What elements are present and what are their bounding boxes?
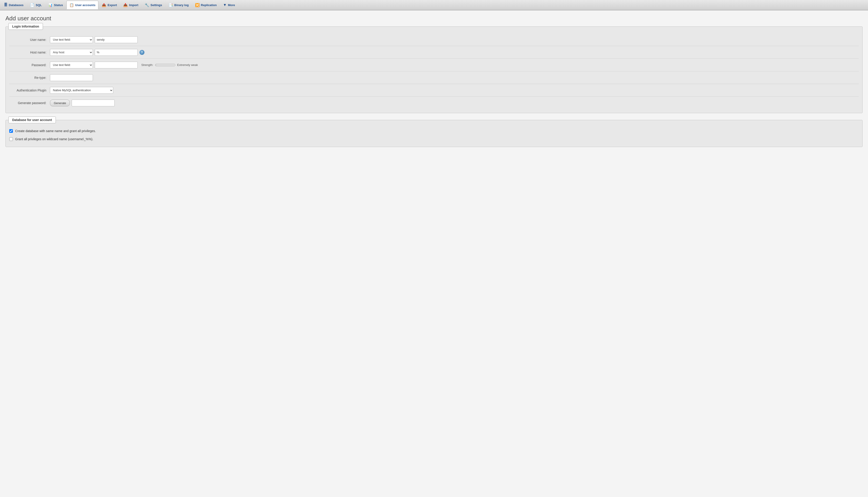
create-db-row: Create database with same name and grant… <box>9 127 859 135</box>
generate-password-row: Generate password: Generate <box>9 97 859 109</box>
sql-icon: 📄 <box>30 3 35 7</box>
strength-text: Extremely weak <box>177 63 198 67</box>
strength-label: Strength: <box>141 63 153 67</box>
tab-sql[interactable]: 📄 SQL <box>27 1 45 9</box>
tab-user-accounts[interactable]: 📋 User accounts <box>67 1 99 9</box>
hostname-row: Host name: Any host Local Use text field… <box>9 46 859 59</box>
login-information-section: Login Information User name: Use text fi… <box>5 26 863 113</box>
retype-row: Re-type: <box>9 71 859 84</box>
retype-controls <box>50 74 859 81</box>
auth-plugin-select[interactable]: Native MySQL authentication SHA-256 auth… <box>50 87 113 94</box>
tab-settings[interactable]: 🔧 Settings <box>142 1 165 9</box>
create-db-checkbox[interactable] <box>9 129 13 133</box>
password-input[interactable] <box>95 62 138 68</box>
export-icon: 📤 <box>102 3 106 7</box>
auth-plugin-row: Authentication Plugin Native MySQL authe… <box>9 84 859 97</box>
settings-icon: 🔧 <box>145 3 149 7</box>
create-db-label: Create database with same name and grant… <box>15 129 96 133</box>
more-chevron-icon: ▼ <box>223 3 227 7</box>
generate-password-label: Generate password: <box>9 101 50 105</box>
password-row: Password: Use text field: No password St… <box>9 59 859 71</box>
hostname-help-icon[interactable]: ? <box>139 50 144 55</box>
databases-icon: 🗄 <box>4 3 8 7</box>
import-icon: 📥 <box>123 3 128 7</box>
generate-password-controls: Generate <box>50 100 859 106</box>
auth-plugin-controls: Native MySQL authentication SHA-256 auth… <box>50 87 859 94</box>
user-accounts-icon: 📋 <box>69 3 74 7</box>
login-section-header: Login Information <box>8 23 43 30</box>
hostname-input[interactable] <box>95 49 138 56</box>
database-section-header: Database for user account <box>8 116 56 123</box>
tab-status[interactable]: 📊 Status <box>45 1 66 9</box>
grant-wildcard-row: Grant all privileges on wildcard name (u… <box>9 135 859 143</box>
retype-input[interactable] <box>50 74 93 81</box>
navigation-bar: 🗄 Databases 📄 SQL 📊 Status 📋 User accoun… <box>0 0 868 10</box>
username-input[interactable] <box>95 37 138 43</box>
binary-log-icon: 📑 <box>168 3 173 7</box>
username-row: User name: Use text field: Any user <box>9 33 859 46</box>
hostname-label: Host name: <box>9 51 50 54</box>
strength-bar-background <box>155 64 175 66</box>
status-icon: 📊 <box>48 3 53 7</box>
password-type-select[interactable]: Use text field: No password <box>50 62 93 68</box>
tab-databases[interactable]: 🗄 Databases <box>1 1 26 9</box>
retype-label: Re-type: <box>9 76 50 80</box>
database-section: Database for user account Create databas… <box>5 120 863 147</box>
tab-replication[interactable]: 🔀 Replication <box>192 1 220 9</box>
page-title: Add user account <box>5 15 863 22</box>
password-controls: Use text field: No password Strength: Ex… <box>50 62 859 68</box>
hostname-controls: Any host Local Use text field: ? <box>50 49 859 56</box>
generate-button[interactable]: Generate <box>50 100 70 106</box>
tab-more[interactable]: ▼ More <box>220 1 238 9</box>
tab-import[interactable]: 📥 Import <box>120 1 141 9</box>
auth-plugin-label: Authentication Plugin <box>9 88 50 92</box>
generated-password-input[interactable] <box>72 100 114 106</box>
grant-wildcard-checkbox[interactable] <box>9 137 13 141</box>
database-section-body: Create database with same name and grant… <box>6 120 862 147</box>
login-section-body: User name: Use text field: Any user Host… <box>6 27 862 113</box>
username-type-select[interactable]: Use text field: Any user <box>50 37 93 43</box>
strength-bar-fill <box>155 64 156 66</box>
username-controls: Use text field: Any user <box>50 37 859 43</box>
page-content: Add user account Login Information User … <box>0 10 868 497</box>
tab-export[interactable]: 📤 Export <box>99 1 120 9</box>
grant-wildcard-label: Grant all privileges on wildcard name (u… <box>15 137 93 141</box>
username-label: User name: <box>9 38 50 42</box>
tab-binary-log[interactable]: 📑 Binary log <box>165 1 192 9</box>
password-label: Password: <box>9 63 50 67</box>
strength-container: Strength: Extremely weak <box>141 63 198 67</box>
hostname-type-select[interactable]: Any host Local Use text field: <box>50 49 93 56</box>
replication-icon: 🔀 <box>195 3 199 7</box>
